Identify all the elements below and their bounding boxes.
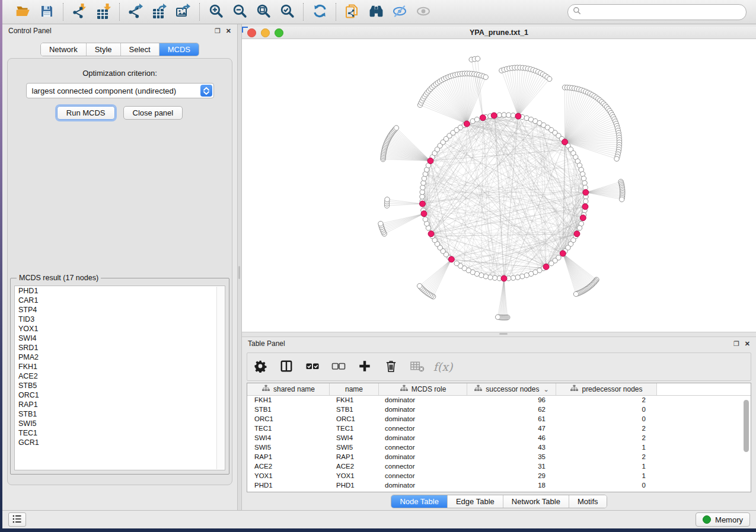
- mcds-result-item[interactable]: FKH1: [15, 362, 225, 371]
- table-row[interactable]: ORC1ORC1dominator610: [247, 415, 751, 424]
- tab-style[interactable]: Style: [87, 43, 121, 56]
- mcds-result-item[interactable]: YOX1: [15, 324, 225, 334]
- tab-mcds[interactable]: MCDS: [160, 43, 199, 56]
- show-graphics-details-button[interactable]: [413, 2, 434, 21]
- tab-edge-table[interactable]: Edge Table: [448, 495, 503, 508]
- function-builder-button[interactable]: f(x): [435, 358, 451, 375]
- table-scrollbar-thumb[interactable]: [744, 400, 749, 452]
- optimization-criterion-select[interactable]: largest connected component (undirected): [26, 83, 214, 98]
- mcds-result-item[interactable]: STB5: [15, 381, 225, 390]
- dominator-node[interactable]: [501, 275, 507, 281]
- table-row[interactable]: FKH1FKH1dominator962: [247, 396, 751, 405]
- export-network-button[interactable]: [125, 2, 146, 21]
- mcds-result-item[interactable]: TEC1: [15, 428, 225, 438]
- mcds-result-item[interactable]: ORC1: [15, 390, 225, 400]
- table-row[interactable]: PHD1PHD1dominator180: [247, 481, 751, 491]
- table-row[interactable]: SWI4SWI4dominator462: [247, 434, 751, 443]
- tab-select[interactable]: Select: [121, 43, 160, 56]
- mcds-result-item[interactable]: STP4: [15, 305, 225, 315]
- hide-graphics-details-button[interactable]: [389, 2, 410, 21]
- close-panel-icon[interactable]: ✕: [226, 28, 231, 34]
- deselect-all-rows-button[interactable]: [330, 358, 347, 375]
- import-table-button[interactable]: [92, 2, 114, 21]
- mcds-result-item[interactable]: RAP1: [15, 400, 225, 409]
- dominator-node[interactable]: [582, 204, 588, 210]
- mcds-result-item[interactable]: PHD1: [15, 286, 225, 296]
- mcds-result-item[interactable]: SWI4: [15, 334, 225, 343]
- tab-motifs[interactable]: Motifs: [569, 495, 607, 508]
- table-row[interactable]: ACE2ACE2connector311: [247, 462, 751, 472]
- dominator-node[interactable]: [480, 115, 486, 121]
- toggle-panes-button[interactable]: [278, 358, 295, 375]
- dominator-node[interactable]: [562, 139, 568, 145]
- dominator-node[interactable]: [543, 264, 549, 270]
- clone-network-button[interactable]: [342, 2, 363, 21]
- delete-table-button[interactable]: [409, 358, 425, 375]
- float-table-panel-icon[interactable]: ❐: [733, 341, 739, 347]
- table-row[interactable]: SWI5SWI5connector431: [247, 443, 751, 453]
- memory-button[interactable]: Memory: [696, 512, 750, 527]
- vertical-splitter-handle[interactable]: [238, 266, 240, 279]
- find-objects-button[interactable]: [365, 2, 387, 21]
- table-row[interactable]: RAP1RAP1dominator352: [247, 453, 751, 462]
- dominator-node[interactable]: [583, 190, 589, 196]
- close-table-panel-icon[interactable]: ✕: [745, 341, 750, 347]
- dominator-node[interactable]: [560, 251, 566, 257]
- mcds-result-item[interactable]: SWI5: [15, 419, 225, 428]
- mcds-result-list[interactable]: PHD1CAR1STP4TID3YOX1SWI4SRD1PMA2FKH1ACE2…: [14, 286, 225, 470]
- task-history-button[interactable]: [8, 512, 26, 527]
- save-session-button[interactable]: [36, 2, 58, 21]
- zoom-out-button[interactable]: [229, 2, 250, 21]
- dominator-node[interactable]: [580, 215, 586, 221]
- dominator-node[interactable]: [464, 121, 470, 127]
- mcds-result-item[interactable]: SRD1: [15, 343, 225, 352]
- search-field[interactable]: [567, 4, 747, 20]
- column-header-successor-nodes[interactable]: successor nodes⌄: [467, 383, 556, 395]
- tab-network[interactable]: Network: [41, 43, 87, 56]
- table-settings-button[interactable]: [252, 358, 269, 375]
- run-mcds-button[interactable]: Run MCDS: [57, 106, 115, 120]
- dominator-node[interactable]: [428, 231, 434, 237]
- table-row[interactable]: STB1STB1dominator620: [247, 405, 751, 415]
- float-panel-icon[interactable]: ❐: [215, 28, 221, 34]
- table-row[interactable]: YOX1YOX1connector291: [247, 472, 751, 481]
- search-input[interactable]: [584, 7, 741, 17]
- tab-node-table[interactable]: Node Table: [391, 495, 448, 508]
- column-header-name[interactable]: name: [330, 383, 379, 395]
- dominator-node[interactable]: [420, 201, 426, 207]
- zoom-in-button[interactable]: [205, 2, 227, 21]
- create-column-button[interactable]: [356, 358, 373, 375]
- node-table[interactable]: shared namenameMCDS rolesuccessor nodes⌄…: [247, 383, 751, 492]
- dominator-node[interactable]: [515, 113, 521, 119]
- network-canvas[interactable]: [242, 39, 756, 332]
- zoom-fit-button[interactable]: [253, 2, 274, 21]
- refresh-view-button[interactable]: [309, 2, 330, 21]
- dominator-node[interactable]: [491, 113, 497, 118]
- zoom-selected-button[interactable]: [276, 2, 298, 21]
- vertical-splitter[interactable]: [237, 24, 242, 510]
- tab-network-table[interactable]: Network Table: [503, 495, 569, 508]
- select-all-rows-button[interactable]: [304, 358, 321, 375]
- column-header-predecessor-nodes[interactable]: predecessor nodes: [556, 383, 657, 395]
- open-file-button[interactable]: [12, 2, 34, 21]
- dominator-node[interactable]: [421, 211, 427, 217]
- export-image-button[interactable]: [173, 2, 194, 21]
- delete-columns-button[interactable]: [382, 358, 399, 375]
- mcds-result-item[interactable]: CAR1: [15, 296, 225, 305]
- import-network-button[interactable]: [69, 2, 90, 21]
- mcds-result-item[interactable]: STB1: [15, 409, 225, 419]
- mcds-result-item[interactable]: ACE2: [15, 371, 225, 381]
- dominator-node[interactable]: [428, 158, 433, 164]
- horizontal-splitter[interactable]: [242, 332, 756, 337]
- mcds-result-item[interactable]: PMA2: [15, 352, 225, 362]
- table-row[interactable]: TEC1TEC1connector472: [247, 424, 751, 434]
- column-header-shared-name[interactable]: shared name: [247, 383, 330, 395]
- network-window-titlebar[interactable]: YPA_prune.txt_1: [242, 27, 756, 39]
- mcds-list-scrollbar[interactable]: [216, 287, 224, 469]
- network-graph[interactable]: [242, 39, 756, 332]
- dominator-node[interactable]: [574, 231, 580, 237]
- horizontal-splitter-handle[interactable]: [499, 333, 508, 335]
- column-header-MCDS-role[interactable]: MCDS role: [379, 383, 467, 395]
- close-panel-button[interactable]: Close panel: [123, 106, 183, 120]
- export-table-button[interactable]: [149, 2, 170, 21]
